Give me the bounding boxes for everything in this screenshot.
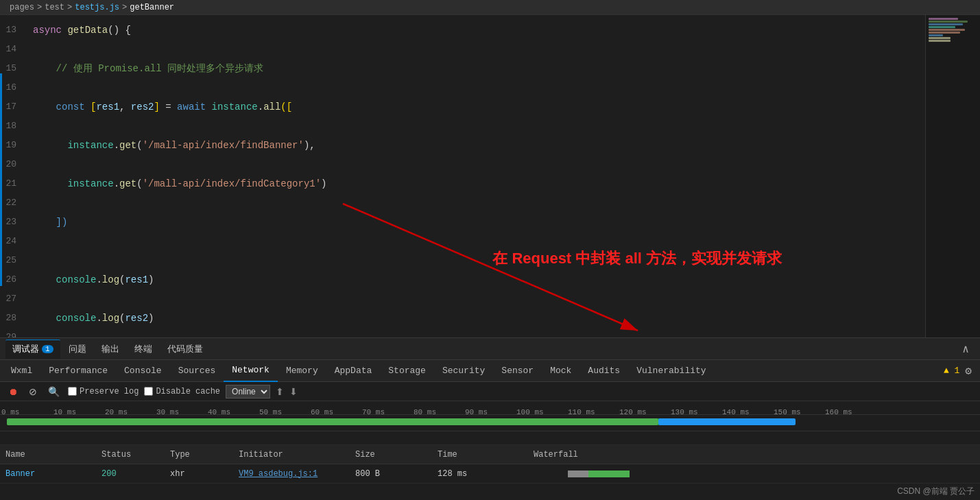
tab-issues-label: 问题 bbox=[69, 343, 86, 355]
left-accent-bar bbox=[0, 73, 2, 286]
td-name: Banner bbox=[0, 469, 96, 479]
line-num-29: 29 bbox=[0, 328, 27, 337]
timeline-30ms: 30 ms bbox=[156, 408, 179, 416]
code-line-14: 14 bbox=[0, 40, 980, 59]
tab-mock[interactable]: Mock bbox=[542, 360, 579, 382]
code-line-21: 21 instance.get('/mall-api/index/findCat… bbox=[0, 174, 980, 193]
download-button[interactable]: ⬇ bbox=[289, 386, 298, 397]
th-waterfall: Waterfall bbox=[528, 450, 980, 460]
breadcrumb-test: test bbox=[45, 3, 64, 12]
line-content-28: console.log(res2) bbox=[33, 309, 980, 328]
network-table-header: Name Status Type Initiator Size Time Wat… bbox=[0, 445, 980, 464]
line-num-13: 13 bbox=[0, 21, 27, 40]
line-num-22: 22 bbox=[0, 193, 27, 213]
tab-performance[interactable]: Performance bbox=[40, 360, 116, 382]
line-num-20: 20 bbox=[0, 155, 27, 174]
timeline-120ms: 120 ms bbox=[619, 408, 647, 416]
line-content-23: ]) bbox=[33, 213, 980, 232]
record-button[interactable]: ⏺ bbox=[5, 385, 21, 398]
timeline-90ms: 90 ms bbox=[465, 408, 488, 416]
code-line-16: 16 bbox=[0, 78, 980, 97]
settings-gear-icon[interactable]: ⚙ bbox=[959, 364, 977, 378]
code-line-18: 18 bbox=[0, 117, 980, 136]
tab-wxml[interactable]: Wxml bbox=[3, 360, 40, 382]
breadcrumb-function: getBanner bbox=[130, 3, 174, 12]
code-line-20: 20 bbox=[0, 155, 980, 174]
code-line-27: 27 bbox=[0, 289, 980, 309]
line-num-28: 28 bbox=[0, 309, 27, 328]
upload-button[interactable]: ⬆ bbox=[276, 386, 284, 397]
table-row[interactable]: Banner 200 xhr VM9 asdebug.js:1 800 B 12… bbox=[0, 464, 980, 484]
timeline-40ms: 40 ms bbox=[208, 408, 230, 416]
disable-cache-checkbox[interactable]: Disable cache bbox=[144, 387, 220, 396]
throttle-select[interactable]: Online bbox=[226, 385, 270, 398]
th-time: Time bbox=[432, 450, 528, 460]
tab-sources[interactable]: Sources bbox=[170, 360, 224, 382]
panel-expand-button[interactable]: ∧ bbox=[957, 342, 975, 356]
tab-output[interactable]: 输出 bbox=[95, 340, 126, 359]
td-time: 128 ms bbox=[432, 469, 528, 479]
code-line-22: 22 bbox=[0, 193, 980, 213]
line-num-14: 14 bbox=[0, 40, 27, 59]
td-initiator[interactable]: VM9 asdebug.js:1 bbox=[233, 469, 350, 479]
tab-memory[interactable]: Memory bbox=[278, 360, 326, 382]
line-num-15: 15 bbox=[0, 59, 27, 78]
preserve-log-input[interactable] bbox=[68, 387, 77, 396]
tab-sources-label: Sources bbox=[178, 366, 216, 376]
timeline-100ms: 100 ms bbox=[516, 408, 544, 416]
waterfall-cell-bar bbox=[534, 471, 980, 477]
code-line-19: 19 instance.get('/mall-api/index/findBan… bbox=[0, 136, 980, 155]
th-size: Size bbox=[350, 450, 432, 460]
td-status: 200 bbox=[96, 469, 165, 479]
tab-terminal[interactable]: 终端 bbox=[128, 340, 159, 359]
timeline-60ms: 60 ms bbox=[311, 408, 333, 416]
tab-issues[interactable]: 问题 bbox=[62, 340, 93, 359]
tab-storage-label: Storage bbox=[388, 366, 426, 376]
code-line-26: 26 console.log(res1) bbox=[0, 270, 980, 289]
tab-audits[interactable]: Audits bbox=[579, 360, 628, 382]
code-line-15: 15 // 使用 Promise.all 同时处理多个异步请求 bbox=[0, 59, 980, 78]
warning-count: ▲ 1 bbox=[944, 366, 959, 376]
line-num-27: 27 bbox=[0, 289, 27, 309]
breadcrumb: pages > test > testjs.js > getBanner bbox=[0, 0, 980, 15]
waterfall-green-bar bbox=[588, 471, 630, 477]
tab-output-label: 输出 bbox=[101, 343, 119, 355]
line-num-16: 16 bbox=[0, 78, 27, 97]
tab-wxml-label: Wxml bbox=[11, 366, 32, 376]
tab-vulnerability[interactable]: Vulnerability bbox=[628, 360, 714, 382]
preserve-log-label: Preserve log bbox=[80, 387, 139, 396]
timeline-0ms: 0 ms bbox=[1, 408, 19, 416]
tab-security-label: Security bbox=[442, 366, 485, 376]
line-content-19: instance.get('/mall-api/index/findBanner… bbox=[33, 136, 980, 155]
breadcrumb-sep2: > bbox=[67, 3, 72, 12]
line-num-21: 21 bbox=[0, 174, 27, 193]
tab-vulnerability-label: Vulnerability bbox=[636, 366, 706, 376]
tab-network[interactable]: Network bbox=[224, 360, 278, 382]
devtools-panel: 调试器 1 问题 输出 终端 代码质量 ∧ Wxml Performance C… bbox=[0, 337, 980, 500]
tab-appdata-label: AppData bbox=[335, 366, 372, 376]
tab-code-quality[interactable]: 代码质量 bbox=[160, 340, 210, 359]
tab-storage[interactable]: Storage bbox=[380, 360, 434, 382]
breadcrumb-sep1: > bbox=[37, 3, 42, 12]
td-size: 800 B bbox=[350, 469, 432, 479]
tab-security[interactable]: Security bbox=[434, 360, 493, 382]
th-name: Name bbox=[0, 450, 96, 460]
filter-button[interactable]: ⊘ bbox=[26, 385, 40, 398]
search-button[interactable]: 🔍 bbox=[45, 385, 62, 398]
waterfall-track-blue bbox=[658, 418, 796, 425]
code-line-24: 24 bbox=[0, 232, 980, 251]
code-line-17: 17 const [res1, res2] = await instance.a… bbox=[0, 97, 980, 117]
th-type: Type bbox=[165, 450, 233, 460]
disable-cache-input[interactable] bbox=[144, 387, 153, 396]
tab-console[interactable]: Console bbox=[116, 360, 170, 382]
preserve-log-checkbox[interactable]: Preserve log bbox=[68, 387, 139, 396]
network-tabs-bar: Wxml Performance Console Sources Network… bbox=[0, 360, 980, 382]
code-line-13: 13 async getData() { bbox=[0, 21, 980, 40]
td-waterfall bbox=[528, 471, 980, 477]
tab-network-label: Network bbox=[232, 365, 270, 375]
tab-appdata[interactable]: AppData bbox=[326, 360, 381, 382]
timeline-140ms: 140 ms bbox=[722, 408, 750, 416]
tab-sensor[interactable]: Sensor bbox=[493, 360, 542, 382]
timeline-130ms: 130 ms bbox=[671, 408, 698, 416]
tab-debugger[interactable]: 调试器 1 bbox=[5, 340, 60, 359]
